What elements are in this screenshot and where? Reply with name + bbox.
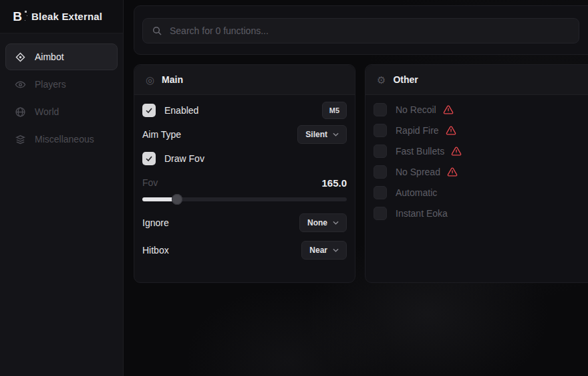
rapid-fire-row: Rapid Fire	[374, 124, 588, 137]
other-panel-header: ⚙ Other	[365, 65, 588, 95]
warning-icon	[447, 167, 458, 177]
ignore-row: Ignore None	[142, 214, 347, 231]
app-title: Bleak External	[31, 11, 102, 22]
hitbox-row: Hitbox Near	[142, 242, 347, 259]
fov-slider[interactable]	[142, 194, 347, 205]
enabled-row: Enabled M5	[142, 102, 347, 119]
no-recoil-checkbox[interactable]	[374, 103, 387, 116]
chevron-down-icon	[333, 248, 339, 252]
other-panel-title: Other	[393, 74, 418, 85]
draw-fov-label: Draw Fov	[164, 153, 204, 164]
instant-eoka-row: Instant Eoka	[374, 207, 588, 220]
app-header: B Bleak External	[0, 0, 123, 33]
main-panel: ◎ Main Enabled M5 Aim Type Silent Draw F…	[134, 64, 355, 283]
draw-fov-checkbox[interactable]	[142, 152, 156, 165]
search-panel	[134, 5, 588, 55]
no-recoil-row: No Recoil	[374, 103, 588, 116]
fast-bullets-label: Fast Bullets	[396, 146, 444, 157]
no-spread-row: No Spread	[374, 165, 588, 179]
enabled-checkbox[interactable]	[142, 104, 156, 117]
no-spread-label: No Spread	[396, 167, 440, 177]
ignore-dropdown[interactable]: None	[299, 213, 347, 232]
draw-fov-row: Draw Fov	[142, 150, 347, 167]
fast-bullets-row: Fast Bullets	[374, 145, 588, 158]
ignore-value: None	[307, 218, 327, 227]
sidebar-item-label: Miscellaneous	[35, 134, 94, 145]
fov-label: Fov	[142, 177, 158, 188]
sidebar-item-aimbot[interactable]: Aimbot	[5, 43, 118, 70]
other-panel: ⚙ Other No Recoil Rapid Fire Fast Bullet…	[365, 64, 588, 283]
check-icon	[145, 106, 153, 114]
sidebar-item-world[interactable]: World	[5, 98, 118, 125]
aim-type-row: Aim Type Silent	[142, 126, 347, 143]
enabled-keybind-button[interactable]: M5	[322, 102, 347, 119]
chevron-down-icon	[333, 132, 339, 136]
no-spread-checkbox[interactable]	[374, 165, 387, 179]
warning-icon	[451, 147, 462, 157]
sidebar-item-label: World	[35, 106, 59, 117]
sidebar-item-label: Aimbot	[35, 52, 64, 62]
target-icon: ◎	[146, 75, 154, 85]
rapid-fire-checkbox[interactable]	[374, 124, 387, 137]
aim-type-label: Aim Type	[142, 129, 181, 140]
search-box[interactable]	[142, 18, 579, 43]
no-recoil-label: No Recoil	[396, 104, 436, 115]
sidebar-nav: Aimbot Players World Miscellaneous	[0, 33, 123, 376]
aim-type-value: Silent	[305, 130, 327, 139]
warning-icon	[443, 105, 454, 115]
fov-slider-handle[interactable]	[172, 194, 182, 205]
app-logo-icon: B	[11, 9, 24, 24]
check-icon	[145, 155, 153, 163]
main-panel-body: Enabled M5 Aim Type Silent Draw Fov Fov …	[134, 95, 355, 272]
warning-icon	[446, 126, 456, 136]
chevron-down-icon	[333, 221, 339, 225]
automatic-label: Automatic	[396, 187, 437, 198]
hitbox-dropdown[interactable]: Near	[301, 241, 347, 260]
enabled-label: Enabled	[164, 105, 198, 116]
sidebar-item-miscellaneous[interactable]: Miscellaneous	[5, 126, 118, 153]
eye-icon	[15, 79, 26, 90]
rapid-fire-label: Rapid Fire	[396, 125, 439, 136]
gear-icon: ⚙	[377, 75, 386, 85]
main-panel-header: ◎ Main	[134, 65, 355, 95]
sidebar-item-players[interactable]: Players	[5, 71, 118, 98]
ignore-label: Ignore	[142, 217, 169, 228]
fov-row: Fov 165.0	[142, 177, 347, 189]
search-input[interactable]	[170, 25, 570, 36]
automatic-checkbox[interactable]	[374, 186, 387, 199]
hitbox-label: Hitbox	[142, 245, 169, 256]
sidebar-item-label: Players	[35, 79, 66, 90]
hitbox-value: Near	[309, 246, 327, 255]
layers-icon	[15, 134, 26, 145]
globe-icon	[15, 106, 26, 118]
aim-type-dropdown[interactable]: Silent	[297, 125, 347, 144]
search-icon	[152, 25, 162, 36]
sidebar: B Bleak External Aimbot Players World	[0, 0, 124, 376]
fast-bullets-checkbox[interactable]	[374, 145, 387, 158]
instant-eoka-label: Instant Eoka	[396, 208, 448, 219]
automatic-row: Automatic	[374, 186, 588, 199]
instant-eoka-checkbox[interactable]	[374, 207, 387, 220]
main-panel-title: Main	[162, 74, 183, 85]
fov-value: 165.0	[321, 177, 347, 189]
crosshair-icon	[15, 52, 26, 63]
other-panel-body: No Recoil Rapid Fire Fast Bullets No Spr…	[365, 95, 588, 234]
